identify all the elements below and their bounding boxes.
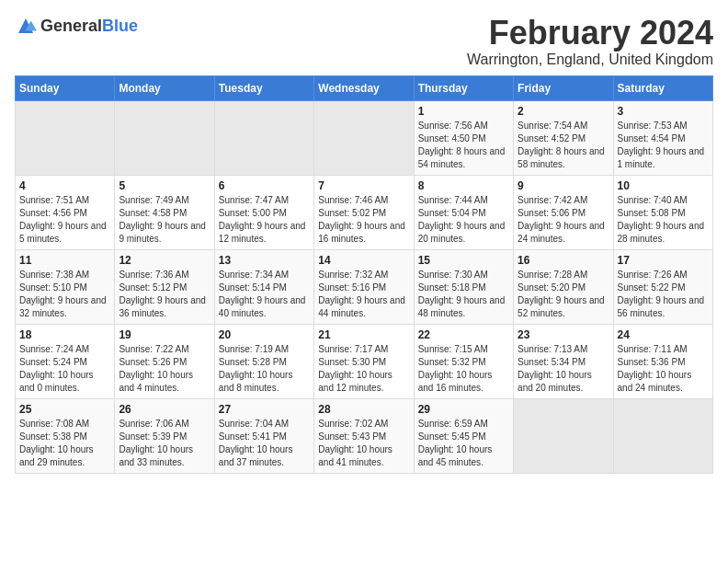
day-info: Sunrise: 7:22 AMSunset: 5:26 PMDaylight:… — [119, 343, 210, 395]
day-number: 18 — [19, 328, 110, 341]
calendar-cell: 12Sunrise: 7:36 AMSunset: 5:12 PMDayligh… — [115, 249, 214, 324]
day-number: 29 — [418, 403, 509, 416]
logo-blue: Blue — [102, 17, 138, 35]
calendar-cell: 10Sunrise: 7:40 AMSunset: 5:08 PMDayligh… — [613, 175, 712, 249]
calendar-cell: 6Sunrise: 7:47 AMSunset: 5:00 PMDaylight… — [214, 175, 313, 249]
day-info: Sunrise: 7:26 AMSunset: 5:22 PMDaylight:… — [618, 269, 709, 320]
calendar-cell — [214, 100, 313, 175]
calendar-cell — [613, 398, 712, 473]
calendar-cell: 18Sunrise: 7:24 AMSunset: 5:24 PMDayligh… — [16, 324, 115, 398]
day-number: 19 — [119, 328, 210, 341]
day-info: Sunrise: 7:47 AMSunset: 5:00 PMDaylight:… — [219, 194, 310, 246]
day-info: Sunrise: 6:59 AMSunset: 5:45 PMDaylight:… — [418, 418, 509, 469]
day-number: 27 — [219, 403, 310, 416]
day-info: Sunrise: 7:42 AMSunset: 5:06 PMDaylight:… — [518, 194, 609, 246]
day-info: Sunrise: 7:24 AMSunset: 5:24 PMDaylight:… — [19, 343, 110, 395]
day-info: Sunrise: 7:36 AMSunset: 5:12 PMDaylight:… — [119, 269, 210, 320]
day-number: 5 — [119, 179, 210, 192]
calendar-week-5: 25Sunrise: 7:08 AMSunset: 5:38 PMDayligh… — [16, 398, 713, 473]
day-info: Sunrise: 7:11 AMSunset: 5:36 PMDaylight:… — [618, 343, 709, 395]
day-info: Sunrise: 7:51 AMSunset: 4:56 PMDaylight:… — [19, 194, 110, 246]
calendar-cell: 14Sunrise: 7:32 AMSunset: 5:16 PMDayligh… — [314, 249, 414, 324]
day-number: 25 — [19, 403, 110, 416]
day-info: Sunrise: 7:44 AMSunset: 5:04 PMDaylight:… — [418, 194, 509, 246]
day-number: 16 — [518, 254, 609, 267]
day-number: 9 — [518, 179, 609, 192]
calendar-cell: 8Sunrise: 7:44 AMSunset: 5:04 PMDaylight… — [414, 175, 513, 249]
day-number: 10 — [618, 179, 709, 192]
day-number: 7 — [318, 179, 409, 192]
calendar-cell: 24Sunrise: 7:11 AMSunset: 5:36 PMDayligh… — [613, 324, 712, 398]
header: GeneralBlue February 2024 Warrington, En… — [15, 15, 713, 68]
calendar-cell: 3Sunrise: 7:53 AMSunset: 4:54 PMDaylight… — [613, 100, 712, 175]
day-number: 15 — [418, 254, 509, 267]
day-number: 24 — [618, 328, 709, 341]
calendar-week-1: 1Sunrise: 7:56 AMSunset: 4:50 PMDaylight… — [16, 100, 713, 175]
calendar-week-4: 18Sunrise: 7:24 AMSunset: 5:24 PMDayligh… — [16, 324, 713, 398]
day-number: 4 — [19, 179, 110, 192]
day-info: Sunrise: 7:30 AMSunset: 5:18 PMDaylight:… — [418, 269, 509, 320]
day-number: 26 — [119, 403, 210, 416]
day-info: Sunrise: 7:19 AMSunset: 5:28 PMDaylight:… — [219, 343, 310, 395]
calendar-cell: 13Sunrise: 7:34 AMSunset: 5:14 PMDayligh… — [214, 249, 313, 324]
day-info: Sunrise: 7:13 AMSunset: 5:34 PMDaylight:… — [518, 343, 609, 395]
header-day-wednesday: Wednesday — [314, 75, 414, 100]
day-number: 17 — [618, 254, 709, 267]
day-info: Sunrise: 7:56 AMSunset: 4:50 PMDaylight:… — [418, 120, 509, 171]
day-info: Sunrise: 7:15 AMSunset: 5:32 PMDaylight:… — [418, 343, 509, 395]
calendar-cell: 4Sunrise: 7:51 AMSunset: 4:56 PMDaylight… — [16, 175, 115, 249]
day-number: 12 — [119, 254, 210, 267]
header-day-thursday: Thursday — [414, 75, 513, 100]
calendar-cell: 27Sunrise: 7:04 AMSunset: 5:41 PMDayligh… — [214, 398, 313, 473]
calendar-cell: 17Sunrise: 7:26 AMSunset: 5:22 PMDayligh… — [613, 249, 712, 324]
day-info: Sunrise: 7:38 AMSunset: 5:10 PMDaylight:… — [19, 269, 110, 320]
calendar-cell — [16, 100, 115, 175]
calendar-cell: 9Sunrise: 7:42 AMSunset: 5:06 PMDaylight… — [514, 175, 613, 249]
calendar-cell: 7Sunrise: 7:46 AMSunset: 5:02 PMDaylight… — [314, 175, 414, 249]
calendar-cell: 26Sunrise: 7:06 AMSunset: 5:39 PMDayligh… — [115, 398, 214, 473]
header-day-monday: Monday — [115, 75, 214, 100]
calendar-week-3: 11Sunrise: 7:38 AMSunset: 5:10 PMDayligh… — [16, 249, 713, 324]
page-subtitle: Warrington, England, United Kingdom — [467, 52, 713, 68]
day-info: Sunrise: 7:02 AMSunset: 5:43 PMDaylight:… — [318, 418, 409, 469]
logo-text: GeneralBlue — [40, 17, 138, 36]
day-info: Sunrise: 7:17 AMSunset: 5:30 PMDaylight:… — [318, 343, 409, 395]
day-number: 6 — [219, 179, 310, 192]
calendar-cell: 20Sunrise: 7:19 AMSunset: 5:28 PMDayligh… — [214, 324, 313, 398]
calendar-cell: 16Sunrise: 7:28 AMSunset: 5:20 PMDayligh… — [514, 249, 613, 324]
calendar-cell: 11Sunrise: 7:38 AMSunset: 5:10 PMDayligh… — [16, 249, 115, 324]
day-number: 1 — [418, 105, 509, 118]
logo-icon — [15, 15, 37, 37]
calendar-cell: 5Sunrise: 7:49 AMSunset: 4:58 PMDaylight… — [115, 175, 214, 249]
page-title: February 2024 — [467, 15, 713, 52]
calendar-cell: 21Sunrise: 7:17 AMSunset: 5:30 PMDayligh… — [314, 324, 414, 398]
day-number: 21 — [318, 328, 409, 341]
day-info: Sunrise: 7:46 AMSunset: 5:02 PMDaylight:… — [318, 194, 409, 246]
day-info: Sunrise: 7:34 AMSunset: 5:14 PMDaylight:… — [219, 269, 310, 320]
day-info: Sunrise: 7:49 AMSunset: 4:58 PMDaylight:… — [119, 194, 210, 246]
calendar-header-row: SundayMondayTuesdayWednesdayThursdayFrid… — [16, 75, 713, 100]
calendar-cell: 28Sunrise: 7:02 AMSunset: 5:43 PMDayligh… — [314, 398, 414, 473]
day-number: 3 — [618, 105, 709, 118]
day-number: 2 — [518, 105, 609, 118]
day-info: Sunrise: 7:28 AMSunset: 5:20 PMDaylight:… — [518, 269, 609, 320]
day-info: Sunrise: 7:08 AMSunset: 5:38 PMDaylight:… — [19, 418, 110, 469]
title-area: February 2024 Warrington, England, Unite… — [467, 15, 713, 68]
header-day-friday: Friday — [514, 75, 613, 100]
day-info: Sunrise: 7:32 AMSunset: 5:16 PMDaylight:… — [318, 269, 409, 320]
day-info: Sunrise: 7:40 AMSunset: 5:08 PMDaylight:… — [618, 194, 709, 246]
calendar-cell: 19Sunrise: 7:22 AMSunset: 5:26 PMDayligh… — [115, 324, 214, 398]
header-day-sunday: Sunday — [16, 75, 115, 100]
header-day-tuesday: Tuesday — [214, 75, 313, 100]
day-info: Sunrise: 7:04 AMSunset: 5:41 PMDaylight:… — [219, 418, 310, 469]
calendar-cell: 25Sunrise: 7:08 AMSunset: 5:38 PMDayligh… — [16, 398, 115, 473]
calendar-cell: 22Sunrise: 7:15 AMSunset: 5:32 PMDayligh… — [414, 324, 513, 398]
calendar-cell: 1Sunrise: 7:56 AMSunset: 4:50 PMDaylight… — [414, 100, 513, 175]
day-number: 8 — [418, 179, 509, 192]
day-number: 13 — [219, 254, 310, 267]
day-number: 20 — [219, 328, 310, 341]
calendar-table: SundayMondayTuesdayWednesdayThursdayFrid… — [15, 75, 713, 474]
calendar-cell: 29Sunrise: 6:59 AMSunset: 5:45 PMDayligh… — [414, 398, 513, 473]
logo-general: General — [40, 17, 102, 35]
day-number: 14 — [318, 254, 409, 267]
